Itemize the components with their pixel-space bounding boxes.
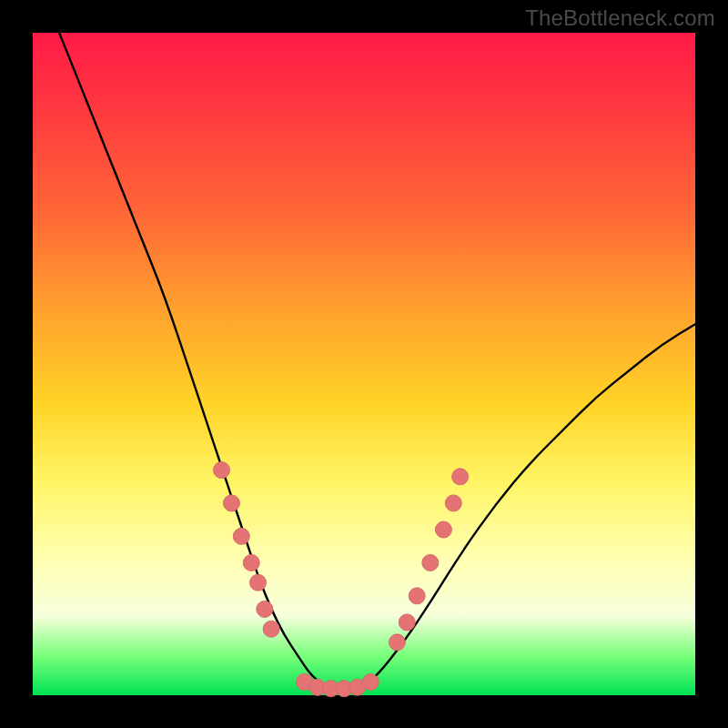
curve-marker (223, 495, 239, 511)
curve-marker (399, 614, 415, 631)
curve-marker (263, 621, 279, 637)
watermark-text: TheBottleneck.com (525, 5, 715, 31)
curve-marker (362, 673, 379, 690)
curve-marker (445, 495, 461, 511)
curve-marker (409, 588, 425, 604)
bottleneck-curve (59, 33, 695, 689)
curve-marker (422, 554, 439, 571)
curve-marker (214, 462, 230, 479)
curve-marker (250, 574, 267, 591)
curve-marker (452, 469, 469, 485)
curve-marker (233, 528, 249, 544)
bottleneck-curve-svg (33, 33, 695, 695)
plot-area (33, 33, 695, 695)
chart-frame: TheBottleneck.com (0, 0, 728, 728)
curve-marker (243, 554, 259, 571)
curve-marker (257, 601, 273, 617)
curve-marker (389, 634, 405, 651)
curve-marker (435, 521, 451, 538)
curve-markers (214, 462, 469, 697)
